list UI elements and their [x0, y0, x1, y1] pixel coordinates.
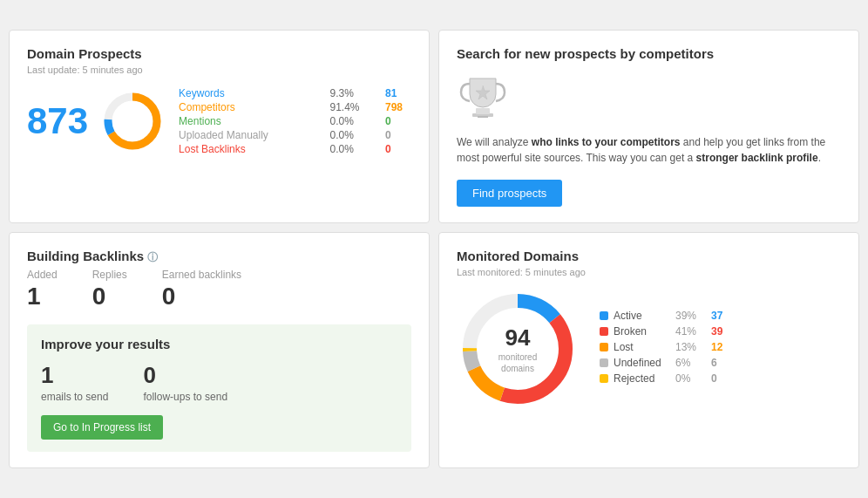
building-backlinks-card: Building Backlinks ⓘ Added 1 Replies 0 E… — [9, 232, 430, 468]
row-pct: 0.0% — [330, 115, 384, 127]
donut-center: 94 monitoreddomains — [498, 324, 537, 374]
improve-title: Improve your results — [41, 337, 397, 351]
building-backlinks-title: Building Backlinks ⓘ — [27, 249, 411, 265]
monitored-legend: Active 39% 37 Broken 41% 39 Lost 13% 12 — [600, 310, 722, 388]
stat-replies: Replies 0 — [92, 269, 127, 310]
table-row: Mentions 0.0% 0 — [179, 115, 410, 127]
stat-replies-value: 0 — [92, 283, 106, 310]
legend-pct-active: 39% — [675, 310, 706, 322]
row-label: Lost Backlinks — [179, 143, 328, 155]
monitored-domains-card: Monitored Domains Last monitored: 5 minu… — [438, 232, 859, 468]
legend-count-lost: 12 — [711, 341, 722, 353]
row-pct: 91.4% — [330, 101, 384, 113]
improve-emails: 1 emails to send — [41, 362, 108, 403]
info-icon: ⓘ — [147, 251, 158, 263]
search-prospects-title: Search for new prospects by competitors — [457, 46, 841, 61]
domain-prospects-donut — [102, 91, 163, 152]
find-prospects-button[interactable]: Find prospects — [457, 180, 562, 207]
building-backlinks-title-text: Building Backlinks — [27, 249, 144, 263]
row-count: 0 — [385, 115, 410, 127]
row-label: Keywords — [179, 87, 328, 99]
stat-added-value: 1 — [27, 283, 41, 310]
emails-label: emails to send — [41, 391, 108, 403]
monitored-body: 94 monitoreddomains Active 39% 37 Broken… — [457, 288, 841, 410]
legend-dot-undefined — [600, 358, 608, 367]
legend-name-rejected: Rejected — [614, 372, 670, 385]
row-pct: 0.0% — [330, 143, 384, 155]
stat-earned-value: 0 — [162, 283, 176, 310]
legend-name-broken: Broken — [614, 325, 670, 338]
table-row: Keywords 9.3% 81 — [179, 87, 410, 99]
row-label: Competitors — [179, 101, 328, 113]
table-row: Uploaded Manually 0.0% 0 — [179, 129, 410, 141]
legend-dot-lost — [600, 343, 608, 351]
improve-followups: 0 follow-ups to send — [143, 362, 227, 403]
followups-count: 0 — [143, 362, 155, 388]
row-pct: 9.3% — [330, 87, 384, 99]
stat-earned-label: Earned backlinks — [162, 269, 241, 281]
monitored-count: 94 — [498, 324, 537, 351]
row-count: 0 — [385, 143, 410, 155]
progress-button[interactable]: Go to In Progress list — [41, 415, 163, 440]
stat-earned: Earned backlinks 0 — [162, 269, 241, 310]
legend-row-rejected: Rejected 0% 0 — [600, 372, 722, 385]
domain-prospects-card: Domain Prospects Last update: 5 minutes … — [9, 30, 430, 223]
stat-replies-label: Replies — [92, 269, 127, 281]
dashboard: Domain Prospects Last update: 5 minutes … — [9, 30, 859, 468]
legend-dot-broken — [600, 327, 608, 336]
stat-added: Added 1 — [27, 269, 58, 310]
monitored-donut-container: 94 monitoreddomains — [457, 288, 579, 410]
legend-count-broken: 39 — [711, 325, 722, 338]
search-prospects-card: Search for new prospects by competitors … — [438, 30, 859, 223]
legend-name-active: Active — [614, 310, 670, 322]
legend-row-active: Active 39% 37 — [600, 310, 722, 322]
legend-pct-undefined: 6% — [675, 357, 706, 369]
legend-count-undefined: 6 — [711, 357, 717, 369]
domain-prospects-title: Domain Prospects — [27, 46, 411, 61]
legend-count-active: 37 — [711, 310, 722, 322]
prospects-table: Keywords 9.3% 81 Competitors 91.4% 798 M… — [177, 85, 411, 157]
search-description: We will analyze who links to your compet… — [457, 134, 841, 166]
svg-rect-4 — [476, 108, 490, 114]
row-count: 0 — [385, 129, 410, 141]
legend-row-undefined: Undefined 6% 6 — [600, 357, 722, 369]
monitored-label: monitoreddomains — [498, 351, 537, 374]
legend-pct-lost: 13% — [675, 341, 706, 353]
stat-added-label: Added — [27, 269, 58, 281]
monitored-domains-subtitle: Last monitored: 5 minutes ago — [457, 267, 841, 277]
legend-name-lost: Lost — [614, 341, 670, 353]
row-pct: 0.0% — [330, 129, 384, 141]
legend-row-lost: Lost 13% 12 — [600, 341, 722, 353]
table-row: Lost Backlinks 0.0% 0 — [179, 143, 410, 155]
backlinks-stats: Added 1 Replies 0 Earned backlinks 0 — [27, 269, 411, 310]
monitored-domains-title: Monitored Domains — [457, 249, 841, 263]
trophy-icon — [457, 72, 509, 124]
row-count: 81 — [385, 87, 410, 99]
improve-stats: 1 emails to send 0 follow-ups to send — [41, 362, 397, 403]
emails-count: 1 — [41, 362, 53, 388]
row-count: 798 — [385, 101, 410, 113]
legend-pct-broken: 41% — [675, 325, 706, 338]
followups-label: follow-ups to send — [143, 391, 227, 403]
legend-dot-active — [600, 311, 608, 320]
legend-dot-rejected — [600, 374, 608, 383]
domain-prospects-subtitle: Last update: 5 minutes ago — [27, 65, 411, 75]
legend-count-rejected: 0 — [711, 372, 717, 385]
legend-row-broken: Broken 41% 39 — [600, 325, 722, 338]
domain-prospects-count: 873 — [27, 100, 88, 142]
row-label: Mentions — [179, 115, 328, 127]
table-row: Competitors 91.4% 798 — [179, 101, 410, 113]
legend-pct-rejected: 0% — [675, 372, 706, 385]
domain-prospects-body: 873 Keywords 9.3% 81 Competitors — [27, 85, 411, 157]
row-label: Uploaded Manually — [179, 129, 328, 141]
legend-name-undefined: Undefined — [614, 357, 670, 369]
improve-box: Improve your results 1 emails to send 0 … — [27, 324, 411, 452]
